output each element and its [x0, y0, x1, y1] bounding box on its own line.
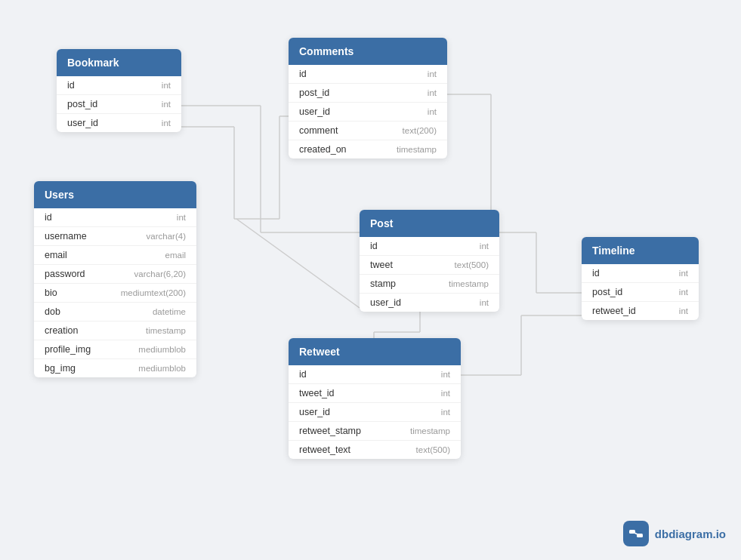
- users-table-header: Users: [34, 181, 196, 208]
- table-row: id int: [289, 65, 447, 84]
- users-table: Users id int username varchar(4) email e…: [34, 181, 196, 377]
- post-table: Post id int tweet text(500) stamp timest…: [360, 210, 499, 312]
- table-row: id int: [289, 365, 461, 384]
- table-row: post_id int: [57, 95, 181, 114]
- table-row: id int: [34, 208, 196, 227]
- comments-table: Comments id int post_id int user_id int …: [289, 38, 447, 158]
- canvas: Bookmark id int post_id int user_id int …: [0, 0, 741, 560]
- retweet-table-header: Retweet: [289, 338, 461, 365]
- table-row: post_id int: [289, 84, 447, 103]
- post-table-header: Post: [360, 210, 499, 237]
- table-row: comment text(200): [289, 122, 447, 140]
- comments-table-header: Comments: [289, 38, 447, 65]
- table-row: id int: [582, 264, 699, 283]
- bookmark-table: Bookmark id int post_id int user_id int: [57, 49, 181, 132]
- table-row: bio mediumtext(200): [34, 284, 196, 303]
- table-row: created_on timestamp: [289, 140, 447, 158]
- table-row: bg_img mediumblob: [34, 359, 196, 377]
- table-row: password varchar(6,20): [34, 265, 196, 284]
- table-row: id int: [360, 237, 499, 256]
- table-row: user_id int: [360, 294, 499, 312]
- timeline-table-header: Timeline: [582, 237, 699, 264]
- table-row: tweet text(500): [360, 256, 499, 275]
- table-row: profile_img mediumblob: [34, 340, 196, 359]
- table-row: retweet_stamp timestamp: [289, 422, 461, 441]
- table-row: email email: [34, 246, 196, 265]
- table-row: tweet_id int: [289, 384, 461, 403]
- table-row: retweet_text text(500): [289, 441, 461, 459]
- table-row: stamp timestamp: [360, 275, 499, 294]
- table-row: user_id int: [289, 403, 461, 422]
- table-row: user_id int: [289, 103, 447, 122]
- table-row: user_id int: [57, 114, 181, 132]
- table-row: retweet_id int: [582, 302, 699, 320]
- table-row: dob datetime: [34, 303, 196, 322]
- table-row: username varchar(4): [34, 227, 196, 246]
- table-row: post_id int: [582, 283, 699, 302]
- timeline-table: Timeline id int post_id int retweet_id i…: [582, 237, 699, 320]
- bookmark-table-header: Bookmark: [57, 49, 181, 76]
- retweet-table: Retweet id int tweet_id int user_id int …: [289, 338, 461, 459]
- svg-line-9: [236, 219, 360, 308]
- logo-icon: [623, 521, 649, 546]
- table-row: id int: [57, 76, 181, 95]
- logo-area: dbdiagram.io: [623, 521, 726, 546]
- table-row: creation timestamp: [34, 322, 196, 340]
- logo-text: dbdiagram.io: [655, 528, 726, 540]
